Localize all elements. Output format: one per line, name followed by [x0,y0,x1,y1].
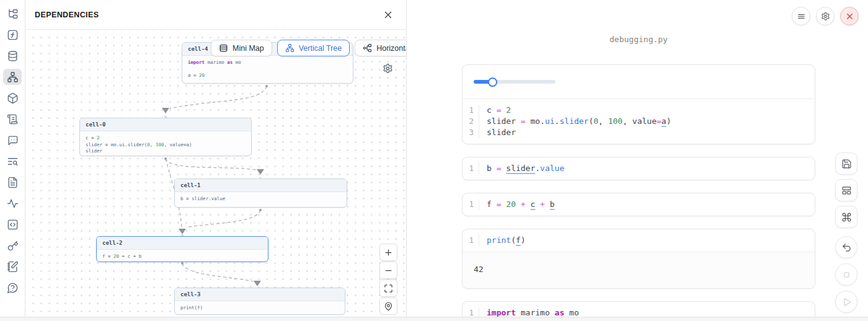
code-token: as [555,308,565,317]
code-row: 1b = slider.value [463,163,815,174]
view-button-mini-map[interactable]: Mini Map [211,40,272,56]
fit-view-button[interactable] [379,279,397,297]
line-number: 1 [463,163,479,174]
layout-icon [841,185,852,196]
settings-button[interactable] [816,7,835,25]
code-square-icon [7,219,19,231]
stop-button[interactable] [835,263,857,286]
code-token: = [497,200,507,209]
side-actions [835,152,857,313]
code-token: c [487,105,497,115]
menu-button[interactable] [792,7,810,25]
tree-icon [7,8,19,20]
sidebar-item-variables[interactable] [3,27,22,43]
center-view-button[interactable] [379,297,397,315]
view-button-label: Mini Map [232,44,264,53]
shutdown-button[interactable] [840,7,859,25]
cell-output: 42 [463,252,815,288]
activity-icon [7,198,19,209]
sidebar-item-tracebacks[interactable] [3,153,22,169]
notebook-cell-3[interactable]: 1print(f)42 [462,229,815,289]
code-token: = [497,164,507,173]
minus-icon [384,266,393,275]
zoom-out-button[interactable] [379,262,397,279]
code-editor[interactable]: 1f = 20 + c + b [463,193,815,216]
save-button[interactable] [835,152,857,175]
line-number: 1 [463,199,479,210]
graph-settings-icon[interactable] [383,63,393,74]
slider-thumb[interactable] [488,77,497,87]
code-token: b [487,164,497,173]
sidebar-item-tracing[interactable] [3,195,22,211]
sidebar-item-packages[interactable] [3,90,22,106]
bottom-status-strip [0,317,868,321]
dependencies-panel-header: DEPENDENCIES [25,0,406,30]
notebook-cell-2[interactable]: 1f = 20 + c + b [462,193,815,216]
layout-button[interactable] [835,179,857,201]
code-token: 20 [506,200,516,209]
code-token: as [227,59,232,65]
close-panel-icon[interactable] [383,9,394,20]
zoom-controls [379,244,397,315]
code-token: 20 [113,253,119,259]
graph-node-title: cell-3 [175,288,345,301]
shortcuts-button[interactable] [835,206,857,228]
dependency-graph-canvas[interactable]: Mini MapVertical TreeHorizontal Tree cel… [25,30,406,317]
notebook-cell-4[interactable]: 1import marimo as mo2 [462,301,815,317]
code-row: 3slider [463,127,815,138]
edge-cell1-cell2 [186,210,260,227]
code-token: mo [564,308,578,317]
code-token: print(f) [180,305,203,310]
notebook-cell-0[interactable]: 1c = 22slider = mo.ui.slider(0, 100, val… [462,64,815,144]
view-button-vertical-tree[interactable]: Vertical Tree [277,40,350,56]
code-editor[interactable]: 1print(f) [463,229,815,252]
run-button[interactable] [835,291,857,313]
sidebar-item-scratchpad[interactable] [3,258,22,275]
file-text-icon [7,177,19,188]
tree-v-icon [285,43,294,53]
line-number: 3 [463,127,479,138]
code-editor[interactable]: 1c = 22slider = mo.ui.slider(0, 100, val… [463,99,815,144]
line-number: 1 [463,105,479,116]
sidebar-item-dependencies[interactable] [3,69,22,85]
slider-track[interactable] [474,80,556,84]
sidebar-item-help[interactable] [3,279,22,296]
sidebar-item-file-explorer[interactable] [3,6,22,22]
sidebar-item-chat[interactable] [3,132,22,148]
sidebar-item-documentation[interactable] [3,174,22,190]
line-number: 1 [463,307,479,317]
graph-code-line: f = 20 + c + b [102,253,262,260]
code-row: 2slider = mo.ui.slider(0, 100, value=a) [463,116,815,127]
code-token: slider [487,128,516,137]
graph-node-cell-1[interactable]: cell-1b = slider.value [174,178,347,208]
sidebar-item-logs[interactable] [3,111,22,127]
code-token: slider [506,164,535,173]
sidebar-item-snippets[interactable] [3,216,22,232]
code-token: . [540,117,545,126]
tree-h-icon [363,43,372,53]
graph-node-cell-2[interactable]: cell-2f = 20 + c + b [96,236,268,262]
view-button-horizontal-tree[interactable]: Horizontal Tree [355,40,406,56]
code-token: a = [188,73,199,78]
zoom-in-button[interactable] [379,244,397,261]
code-token [535,200,540,209]
graph-view-switcher: Mini MapVertical TreeHorizontal Tree [211,40,406,56]
edge-cell4-cell0 [170,86,267,108]
code-token: ) [521,235,526,245]
chat-icon [7,134,19,146]
code-editor[interactable]: 1import marimo as mo2 [463,302,815,317]
graph-node-cell-0[interactable]: cell-0c = 2slider = mo.ui.slider(0, 100,… [79,118,252,156]
code-token: marimo [205,59,227,65]
sidebar-item-datasources[interactable] [3,48,22,64]
undo-button[interactable] [835,236,857,258]
code-token: b [550,200,555,209]
notebook-cell-1[interactable]: 1b = slider.value [462,157,815,180]
sidebar-item-secrets[interactable] [3,237,22,253]
code-token: 20 [199,73,205,78]
panel-title: DEPENDENCIES [35,11,99,19]
graph-node-cell-3[interactable]: cell-3print(f) [174,288,345,315]
code-token: slider [86,148,102,154]
graph-node-code: b = slider.value [175,192,347,206]
edge-cell0-cell1 [166,159,256,170]
code-editor[interactable]: 1b = slider.value [463,157,815,180]
